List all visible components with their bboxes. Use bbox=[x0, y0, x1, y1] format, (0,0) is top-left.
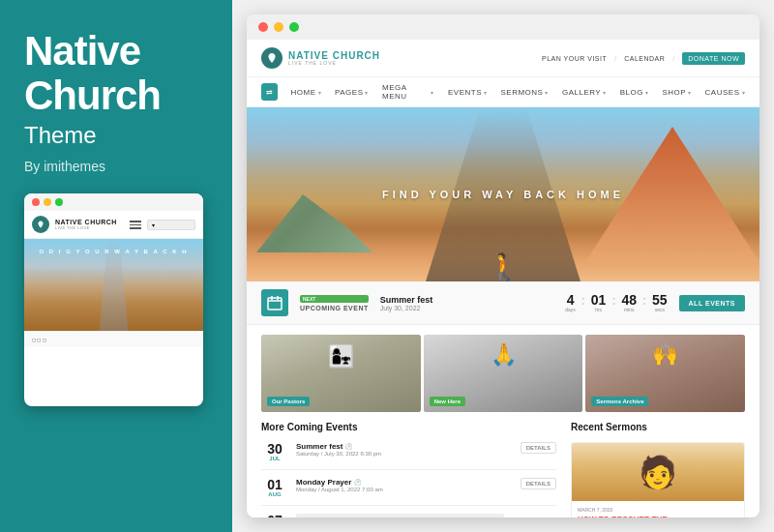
event-date-block-2: 01 AUG bbox=[261, 478, 288, 497]
desktop-dot-yellow bbox=[274, 22, 283, 32]
theme-subtitle: Theme bbox=[24, 122, 208, 149]
events-countdown-bar: NEXT UPCOMING EVENT Summer fest July 30,… bbox=[247, 281, 759, 325]
desktop-logo-icon bbox=[261, 47, 283, 69]
calendar-link[interactable]: CALENDAR bbox=[624, 55, 665, 62]
event-info: Summer fest July 30, 2022 bbox=[380, 295, 553, 311]
right-panel: NATIVE CHURCH LIVE THE LOVE PLAN YOUR VI… bbox=[232, 0, 774, 532]
event-placeholder bbox=[296, 514, 504, 517]
sermon-title: HOW TO RECOVER THE CUTTING EDGE bbox=[578, 515, 738, 517]
event-list-item-3: 07 AUG bbox=[261, 514, 556, 517]
menu-blog[interactable]: BLOG ▾ bbox=[620, 88, 649, 97]
desktop-hero: FIND YOUR WAY BACK HOME 🚶 bbox=[247, 107, 759, 281]
desktop-navbar: NATIVE CHURCH LIVE THE LOVE PLAN YOUR VI… bbox=[247, 40, 759, 77]
desktop-dot-red bbox=[258, 22, 268, 32]
hero-mountain-left bbox=[256, 194, 372, 252]
mobile-logo-text: NATIVE CHURCH bbox=[55, 219, 117, 225]
event-details-2: Monday Prayer 🕐 Monday / August 1, 2022 … bbox=[296, 478, 513, 492]
more-events-section: More Coming Events 30 JUL Summer fest 🕐 bbox=[261, 422, 571, 517]
mobile-preview: NATIVE CHURCH LIVE THE LOVE ▾ O D I G Y … bbox=[24, 193, 203, 406]
sermon-date: MARCH 7, 2020 bbox=[578, 507, 738, 513]
sermon-thumbnail: 🧑 bbox=[572, 443, 744, 501]
desktop-logo-text: NATIVE CHURCH LIVE THE LOVE bbox=[288, 51, 380, 66]
theme-title-block: Native Church Theme bbox=[24, 29, 208, 149]
donate-button[interactable]: DONATE NOW bbox=[682, 52, 745, 65]
event-list-item-1: 30 JUL Summer fest 🕐 Saturday / July 30,… bbox=[261, 442, 556, 461]
hero-figure: 🚶 bbox=[487, 254, 521, 281]
mobile-dot-yellow bbox=[44, 198, 51, 206]
left-panel: Native Church Theme By imithemes NATIVE … bbox=[0, 0, 232, 532]
more-events-title: More Coming Events bbox=[261, 422, 556, 432]
desktop-logo: NATIVE CHURCH LIVE THE LOVE bbox=[261, 47, 380, 69]
desktop-logo-name: NATIVE CHURCH bbox=[288, 51, 380, 61]
event-details-3 bbox=[296, 514, 556, 517]
divider-1 bbox=[261, 469, 556, 470]
menu-gallery[interactable]: GALLERY ▾ bbox=[562, 88, 607, 97]
sermon-card[interactable]: 🧑 MARCH 7, 2020 HOW TO RECOVER THE CUTTI… bbox=[571, 442, 745, 517]
mobile-dot-red bbox=[32, 198, 40, 206]
menu-mega[interactable]: MEGA MENU ▾ bbox=[382, 83, 434, 101]
calendar-icon bbox=[261, 289, 288, 316]
menu-home[interactable]: HOME ▾ bbox=[291, 88, 322, 97]
menu-causes[interactable]: CAUSES ▾ bbox=[705, 88, 745, 97]
menu-sermons[interactable]: SERMONS ▾ bbox=[500, 88, 548, 97]
hero-text: FIND YOUR WAY BACK HOME bbox=[382, 189, 624, 200]
card-pastors[interactable]: 👩‍👧 Our Pastors bbox=[261, 335, 421, 412]
all-events-button[interactable]: ALL EVENTS bbox=[679, 295, 745, 311]
countdown-hrs: 01 hrs bbox=[591, 293, 607, 312]
event-details-1: Summer fest 🕐 Saturday / July 30, 2022 6… bbox=[296, 442, 513, 457]
mobile-navbar: NATIVE CHURCH LIVE THE LOVE ▾ bbox=[24, 211, 203, 239]
card-label-pastors: Our Pastors bbox=[267, 397, 310, 406]
theme-author: By imithemes bbox=[24, 159, 208, 174]
card-sermons[interactable]: 🙌 Sermons Archive bbox=[585, 335, 745, 412]
menu-shop[interactable]: SHOP ▾ bbox=[662, 88, 691, 97]
desktop-menubar: ⇄ HOME ▾ PAGES ▾ MEGA MENU ▾ EVENTS ▾ SE… bbox=[247, 77, 759, 107]
card-new-here[interactable]: 🙏 New Here bbox=[424, 335, 583, 412]
mobile-footer: ◻ ◻ ◻ bbox=[24, 331, 203, 347]
mobile-hamburger-icon bbox=[130, 221, 141, 229]
desktop-logo-tagline: LIVE THE LOVE bbox=[288, 61, 380, 66]
card-label-new-here: New Here bbox=[430, 397, 465, 406]
countdown-mins: 48 mins bbox=[621, 293, 637, 312]
event-details-btn-2[interactable]: DETAILS bbox=[521, 478, 556, 489]
image-cards-row: 👩‍👧 Our Pastors 🙏 New Here 🙌 Sermons Arc… bbox=[247, 325, 759, 422]
menu-pages[interactable]: PAGES ▾ bbox=[335, 88, 369, 97]
event-date-block-3: 07 AUG bbox=[261, 514, 288, 517]
plan-visit-link[interactable]: PLAN YOUR VISIT bbox=[542, 55, 607, 62]
mobile-logo-sub: LIVE THE LOVE bbox=[55, 225, 117, 230]
desktop-dot-green bbox=[289, 22, 299, 32]
next-badge-wrap: NEXT UPCOMING EVENT bbox=[300, 295, 369, 311]
event-list-item-2: 01 AUG Monday Prayer 🕐 Monday / August 1… bbox=[261, 478, 556, 497]
recent-sermons-section: Recent Sermons 🧑 MARCH 7, 2020 HOW TO RE… bbox=[571, 422, 745, 517]
bottom-content: More Coming Events 30 JUL Summer fest 🕐 bbox=[247, 422, 759, 517]
desktop-preview: NATIVE CHURCH LIVE THE LOVE PLAN YOUR VI… bbox=[247, 15, 759, 517]
upcoming-label: UPCOMING EVENT bbox=[300, 305, 369, 311]
mobile-hero: O D I G Y O U R W A Y B A C K H bbox=[24, 239, 203, 331]
countdown: 4 days : 01 hrs : 48 mins : 55 bbox=[565, 293, 667, 312]
theme-name-line1: Native Church bbox=[24, 29, 208, 118]
next-badge: NEXT bbox=[300, 295, 369, 303]
desktop-topbar-links: PLAN YOUR VISIT / CALENDAR / DONATE NOW bbox=[542, 52, 745, 65]
share-icon[interactable]: ⇄ bbox=[261, 83, 278, 101]
sermon-info: MARCH 7, 2020 HOW TO RECOVER THE CUTTING… bbox=[572, 501, 744, 517]
event-details-btn-1[interactable]: DETAILS bbox=[521, 442, 556, 454]
mobile-select[interactable]: ▾ bbox=[147, 220, 195, 230]
countdown-days: 4 days bbox=[565, 293, 576, 312]
divider-2 bbox=[261, 505, 556, 506]
event-name: Summer fest bbox=[380, 295, 553, 305]
desktop-titlebar bbox=[247, 15, 759, 40]
countdown-secs: 55 secs bbox=[652, 293, 668, 312]
recent-sermons-title: Recent Sermons bbox=[571, 422, 745, 432]
desktop-content: NATIVE CHURCH LIVE THE LOVE PLAN YOUR VI… bbox=[247, 40, 759, 517]
menu-events[interactable]: EVENTS ▾ bbox=[448, 88, 488, 97]
card-label-sermons: Sermons Archive bbox=[591, 397, 648, 406]
mobile-titlebar bbox=[24, 193, 203, 211]
event-date: July 30, 2022 bbox=[380, 305, 553, 311]
svg-rect-0 bbox=[268, 298, 282, 310]
event-date-block-1: 30 JUL bbox=[261, 442, 288, 461]
mobile-logo-icon bbox=[32, 216, 49, 233]
mobile-hero-text: O D I G Y O U R W A Y B A C K H bbox=[39, 249, 188, 254]
mobile-dot-green bbox=[55, 198, 63, 206]
